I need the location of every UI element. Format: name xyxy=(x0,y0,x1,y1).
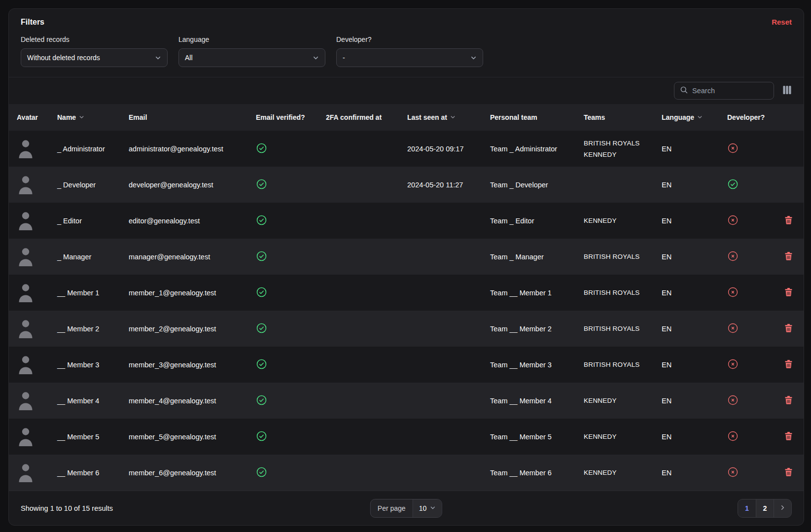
table-row[interactable]: __ Member 5member_5@genealogy.testTeam _… xyxy=(9,419,804,455)
page-button-1[interactable]: 1 xyxy=(738,499,756,517)
user-avatar-icon xyxy=(17,210,35,230)
developer-select[interactable]: - xyxy=(336,48,483,67)
email-verified-check-icon xyxy=(256,430,267,442)
cell-teams: KENNEDY xyxy=(578,455,656,491)
developer-x-icon xyxy=(727,394,739,406)
cell-avatar xyxy=(9,347,51,383)
delete-user-button[interactable] xyxy=(784,431,793,443)
table-row[interactable]: _ Managermanager@genealogy.testTeam _ Ma… xyxy=(9,239,804,275)
team-name: BRITISH ROYALS xyxy=(584,251,650,262)
user-avatar-icon xyxy=(17,354,35,374)
column-header-language: Language xyxy=(656,104,721,131)
cell-email: member_4@genealogy.test xyxy=(123,383,250,419)
email-verified-check-icon xyxy=(256,358,267,370)
table-row[interactable]: __ Member 1member_1@genealogy.testTeam _… xyxy=(9,275,804,311)
table-row[interactable]: __ Member 6member_6@genealogy.testTeam _… xyxy=(9,455,804,491)
cell-developer xyxy=(721,131,778,167)
trash-icon xyxy=(785,468,792,478)
cell-avatar xyxy=(9,131,51,167)
developer-x-icon xyxy=(727,322,739,334)
delete-user-button[interactable] xyxy=(784,251,793,263)
team-name: BRITISH ROYALS xyxy=(584,138,650,149)
cell-teams: BRITISH ROYALS xyxy=(578,347,656,383)
cell-2fa-confirmed-at xyxy=(320,203,401,239)
delete-user-button[interactable] xyxy=(784,215,793,227)
table-row[interactable]: _ Administratoradministrator@genealogy.t… xyxy=(9,131,804,167)
delete-user-button[interactable] xyxy=(784,467,793,479)
cell-email-verified xyxy=(250,419,320,455)
cell-avatar xyxy=(9,275,51,311)
cell-avatar xyxy=(9,311,51,347)
cell-email: member_3@genealogy.test xyxy=(123,347,250,383)
cell-name: __ Member 3 xyxy=(51,347,123,383)
sort-button[interactable]: Last seen at xyxy=(407,113,456,121)
cell-avatar xyxy=(9,239,51,275)
filters-grid: Deleted records Without deleted records … xyxy=(21,35,792,67)
language-select[interactable]: All xyxy=(178,48,325,67)
cell-actions xyxy=(778,347,804,383)
deleted-records-select[interactable]: Without deleted records xyxy=(21,48,168,67)
table-row[interactable]: _ Developerdeveloper@genealogy.test2024-… xyxy=(9,167,804,203)
cell-developer xyxy=(721,347,778,383)
cell-developer xyxy=(721,311,778,347)
cell-email: manager@genealogy.test xyxy=(123,239,250,275)
column-label: Name xyxy=(57,113,76,121)
column-header-email: Email xyxy=(123,104,250,131)
table-row[interactable]: __ Member 3member_3@genealogy.testTeam _… xyxy=(9,347,804,383)
cell-email-verified xyxy=(250,203,320,239)
cell-name: _ Developer xyxy=(51,167,123,203)
cell-teams: BRITISH ROYALS xyxy=(578,311,656,347)
toggle-columns-button[interactable] xyxy=(782,85,792,96)
cell-actions xyxy=(778,275,804,311)
team-name: KENNEDY xyxy=(584,431,650,442)
cell-teams: KENNEDY xyxy=(578,419,656,455)
table-row[interactable]: __ Member 4member_4@genealogy.testTeam _… xyxy=(9,383,804,419)
cell-email: member_6@genealogy.test xyxy=(123,455,250,491)
cell-last-seen-at xyxy=(401,419,484,455)
user-avatar-icon xyxy=(17,246,35,266)
user-avatar-icon xyxy=(17,282,35,302)
column-header-personal-team: Personal team xyxy=(484,104,578,131)
cell-language: EN xyxy=(656,131,721,167)
email-verified-check-icon xyxy=(256,178,267,190)
cell-2fa-confirmed-at xyxy=(320,275,401,311)
cell-developer xyxy=(721,275,778,311)
deleted-records-value: Without deleted records xyxy=(27,54,100,62)
delete-user-button[interactable] xyxy=(784,359,793,371)
cell-email-verified xyxy=(250,383,320,419)
columns-icon xyxy=(782,85,792,96)
table-header: AvatarNameEmailEmail verified?2FA confir… xyxy=(9,104,804,131)
delete-user-button[interactable] xyxy=(784,323,793,335)
per-page-select[interactable]: 10 xyxy=(413,499,442,517)
trash-icon xyxy=(785,432,792,442)
pagination: 12 xyxy=(738,499,792,518)
cell-avatar xyxy=(9,383,51,419)
delete-user-button[interactable] xyxy=(784,287,793,299)
cell-2fa-confirmed-at xyxy=(320,455,401,491)
delete-user-button[interactable] xyxy=(784,395,793,407)
cell-teams: KENNEDY xyxy=(578,383,656,419)
table-row[interactable]: _ Editoreditor@genealogy.testTeam _ Edit… xyxy=(9,203,804,239)
table-row[interactable]: __ Member 2member_2@genealogy.testTeam _… xyxy=(9,311,804,347)
next-page-button[interactable] xyxy=(774,499,791,517)
cell-avatar xyxy=(9,203,51,239)
developer-x-icon xyxy=(727,466,739,478)
sort-chevron-icon xyxy=(450,113,456,121)
reset-filters-button[interactable]: Reset xyxy=(772,18,792,26)
email-verified-check-icon xyxy=(256,286,267,298)
cell-2fa-confirmed-at xyxy=(320,383,401,419)
table-header-row: AvatarNameEmailEmail verified?2FA confir… xyxy=(9,104,804,131)
sort-chevron-icon xyxy=(79,113,84,121)
sort-button[interactable]: Name xyxy=(57,113,84,121)
trash-icon xyxy=(785,288,792,298)
cell-last-seen-at xyxy=(401,455,484,491)
page-button-2[interactable]: 2 xyxy=(756,499,774,517)
trash-icon xyxy=(785,252,792,262)
cell-name: __ Member 5 xyxy=(51,419,123,455)
column-header-developer: Developer? xyxy=(721,104,778,131)
sort-button[interactable]: Language xyxy=(662,113,703,121)
email-verified-check-icon xyxy=(256,466,267,478)
search-input[interactable] xyxy=(692,87,768,95)
language-value: All xyxy=(185,54,193,62)
search-icon xyxy=(680,86,688,96)
